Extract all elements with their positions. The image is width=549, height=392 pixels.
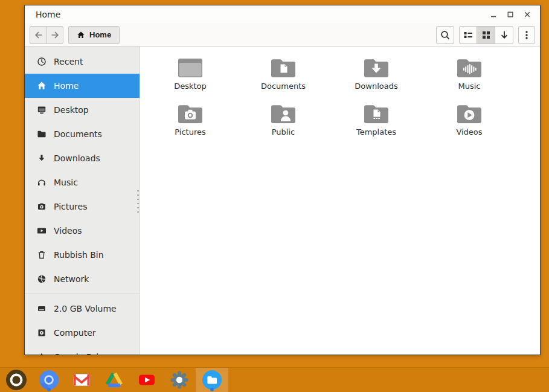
- file-item-public[interactable]: Public: [237, 102, 330, 148]
- search-icon: [440, 30, 451, 40]
- sidebar-item-label: Rubbish Bin: [54, 250, 104, 260]
- video-icon: [37, 226, 47, 236]
- menu-button[interactable]: [518, 26, 535, 44]
- taskbar-app-launcher[interactable]: [0, 368, 33, 392]
- sidebar-item-label: 2.0 GB Volume: [54, 304, 117, 313]
- sidebar-item-label: Desktop: [54, 105, 89, 115]
- harddisk-icon: [37, 304, 47, 313]
- taskbar-app-google-drive[interactable]: [98, 368, 130, 392]
- sidebar-item-network[interactable]: Network: [25, 267, 140, 291]
- search-button[interactable]: [436, 26, 454, 44]
- headphones-icon: [37, 178, 47, 187]
- sort-button[interactable]: [495, 26, 513, 44]
- minimize-icon: [490, 11, 497, 18]
- file-item-pictures[interactable]: Pictures: [144, 102, 237, 148]
- sidebar-item-downloads[interactable]: Downloads: [25, 146, 140, 170]
- sidebar-divider: [25, 294, 140, 294]
- youtube-icon: [137, 370, 156, 390]
- sidebar-item-label: Network: [54, 274, 89, 284]
- gmail-icon: [72, 370, 91, 390]
- file-item-label: Downloads: [355, 82, 397, 91]
- sidebar-item-label: Home: [54, 81, 79, 91]
- minimize-button[interactable]: [487, 8, 500, 21]
- sidebar: RecentHomeDesktopDocumentsDownloadsMusic…: [25, 47, 140, 355]
- maximize-icon: [507, 11, 514, 18]
- sidebar-item-home[interactable]: Home: [25, 74, 140, 98]
- taskbar-app-youtube[interactable]: [130, 368, 163, 392]
- file-item-label: Videos: [456, 127, 482, 137]
- file-item-label: Desktop: [174, 82, 207, 91]
- folder-templates-icon: [362, 102, 390, 125]
- sidebar-item-label: Downloads: [54, 153, 100, 163]
- titlebar[interactable]: Home: [25, 5, 540, 24]
- camera-icon: [37, 202, 47, 211]
- desktop-icon: [37, 105, 47, 115]
- home-icon: [37, 81, 47, 91]
- desktop: Home: [0, 0, 549, 392]
- taskbar-app-settings[interactable]: [163, 368, 196, 392]
- sidebar-item-label: Recent: [54, 57, 83, 66]
- sidebar-item-music[interactable]: Music: [25, 170, 140, 194]
- folder-downloads-icon: [362, 56, 390, 79]
- sidebar-item-label: Videos: [54, 226, 82, 236]
- sidebar-item-desktop[interactable]: Desktop: [25, 98, 140, 122]
- sidebar-item-recent[interactable]: Recent: [25, 50, 140, 74]
- path-label: Home: [89, 30, 111, 39]
- file-grid: DesktopDocumentsDownloadsMusicPicturesPu…: [140, 47, 540, 355]
- home-icon: [77, 31, 85, 39]
- maximize-button[interactable]: [504, 8, 517, 21]
- launcher-icon: [6, 370, 27, 390]
- toolbar: Home: [25, 24, 540, 47]
- file-item-label: Music: [458, 82, 481, 91]
- folder-pictures-icon: [176, 102, 204, 125]
- files-icon: [202, 370, 222, 390]
- file-item-videos[interactable]: Videos: [423, 102, 516, 148]
- computer-icon: [37, 328, 47, 338]
- close-button[interactable]: [521, 8, 534, 21]
- file-item-downloads[interactable]: Downloads: [330, 56, 423, 102]
- sidebar-item-pictures[interactable]: Pictures: [25, 194, 140, 219]
- running-indicator: [47, 388, 51, 391]
- view-toggle-group: [459, 26, 513, 44]
- folder-public-icon: [269, 102, 297, 125]
- grid-icon: [481, 30, 492, 40]
- drive-outline-icon: [37, 352, 47, 355]
- arrow-down-icon: [499, 30, 510, 40]
- sidebar-item-documents[interactable]: Documents: [25, 122, 140, 146]
- list-view-button[interactable]: [459, 26, 477, 44]
- sidebar-item-rubbish-bin[interactable]: Rubbish Bin: [25, 243, 140, 267]
- folder-music-icon: [455, 56, 483, 79]
- sidebar-item-videos[interactable]: Videos: [25, 219, 140, 243]
- file-item-label: Pictures: [175, 127, 205, 137]
- taskbar-app-chromium[interactable]: [33, 368, 65, 392]
- taskbar-app-files[interactable]: [196, 368, 228, 392]
- settings-icon: [170, 370, 189, 390]
- menu-dots-icon: [521, 30, 532, 40]
- folder-documents-icon: [269, 56, 297, 79]
- pane-resize-handle[interactable]: [137, 190, 139, 216]
- window-body: RecentHomeDesktopDocumentsDownloadsMusic…: [25, 47, 540, 355]
- sidebar-item-volume[interactable]: 2.0 GB Volume: [25, 297, 140, 321]
- window-controls: [487, 8, 534, 21]
- file-item-documents[interactable]: Documents: [237, 56, 330, 102]
- back-button[interactable]: [30, 26, 47, 44]
- taskbar: [0, 367, 549, 392]
- file-item-desktop[interactable]: Desktop: [144, 56, 237, 102]
- sidebar-item-label: Documents: [54, 129, 102, 139]
- file-item-label: Documents: [261, 82, 306, 91]
- list-icon: [463, 30, 474, 40]
- sidebar-item-computer[interactable]: Computer: [25, 321, 140, 345]
- forward-button[interactable]: [47, 26, 63, 44]
- grid-view-button[interactable]: [477, 26, 495, 44]
- files-window: Home: [24, 5, 541, 355]
- path-button-home[interactable]: Home: [68, 26, 120, 44]
- sidebar-item-google-drive[interactable]: Google Drive: [25, 345, 140, 355]
- file-item-label: Templates: [356, 127, 396, 137]
- file-item-templates[interactable]: Templates: [330, 102, 423, 148]
- sidebar-item-label: Computer: [54, 328, 96, 338]
- taskbar-app-gmail[interactable]: [65, 368, 98, 392]
- file-item-music[interactable]: Music: [423, 56, 516, 102]
- globe-icon: [37, 274, 47, 284]
- nav-buttons: [30, 26, 63, 44]
- file-item-label: Public: [272, 127, 295, 137]
